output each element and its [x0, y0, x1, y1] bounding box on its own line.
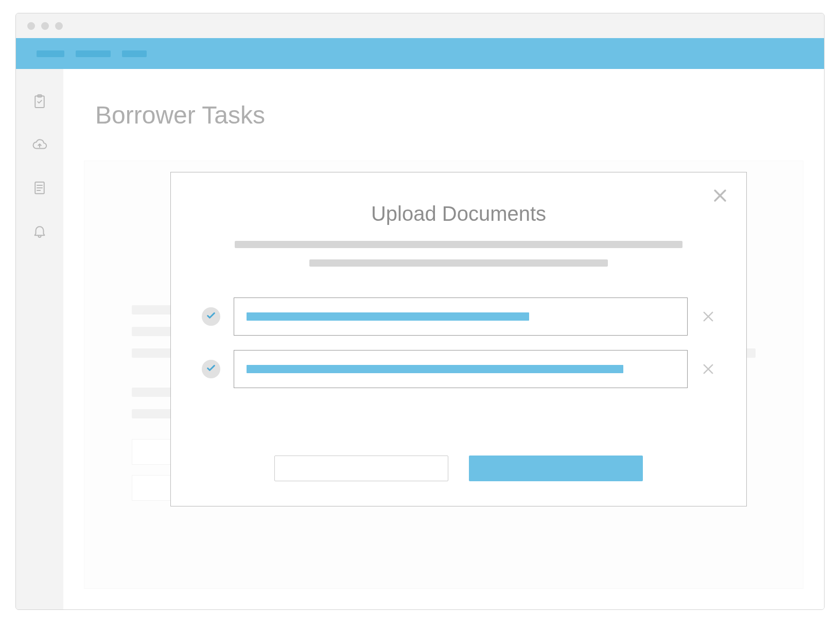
window-titlebar — [16, 13, 824, 38]
upload-progress — [234, 297, 688, 336]
cloud-upload-icon — [32, 145, 47, 154]
modal-subtitle — [202, 241, 715, 267]
window-control-close[interactable] — [27, 22, 35, 30]
upload-status-badge — [202, 360, 220, 378]
header-nav-item[interactable] — [37, 50, 64, 57]
close-icon — [701, 317, 715, 325]
upload-remove-button[interactable] — [701, 362, 715, 376]
close-icon — [711, 197, 729, 206]
upload-status-badge — [202, 307, 220, 326]
close-icon — [701, 369, 715, 378]
modal-close-button[interactable] — [711, 187, 729, 206]
document-icon — [32, 188, 47, 197]
modal-title: Upload Documents — [202, 202, 715, 225]
upload-progress — [234, 350, 688, 388]
modal-actions — [171, 456, 746, 481]
page-title: Borrower Tasks — [95, 101, 265, 129]
sidebar — [16, 69, 63, 609]
check-icon — [205, 310, 217, 323]
submit-button[interactable] — [469, 456, 643, 481]
header-nav-item[interactable] — [122, 50, 147, 57]
window-control-zoom[interactable] — [55, 22, 63, 30]
sidebar-item-upload[interactable] — [32, 137, 47, 154]
upload-row — [202, 297, 715, 336]
upload-progress-bar — [247, 312, 529, 321]
header-nav-item[interactable] — [76, 50, 111, 57]
window-control-minimize[interactable] — [41, 22, 49, 30]
app-header — [16, 38, 824, 69]
upload-progress-bar — [247, 365, 623, 373]
upload-row — [202, 350, 715, 388]
clipboard-icon — [32, 102, 47, 111]
bell-icon — [32, 232, 47, 240]
sidebar-item-notifications[interactable] — [32, 223, 47, 241]
cancel-button[interactable] — [274, 456, 448, 481]
check-icon — [205, 362, 217, 376]
sidebar-item-documents[interactable] — [32, 180, 47, 198]
upload-remove-button[interactable] — [701, 309, 715, 324]
sidebar-item-tasks[interactable] — [32, 94, 47, 111]
browser-frame: Borrower Tasks — [15, 13, 825, 610]
upload-list — [202, 297, 715, 388]
upload-documents-modal: Upload Documents — [170, 172, 747, 506]
